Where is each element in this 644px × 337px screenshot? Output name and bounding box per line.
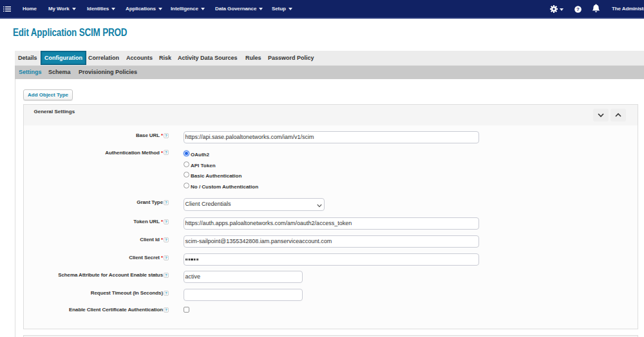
svg-text:?: ? xyxy=(576,6,580,12)
